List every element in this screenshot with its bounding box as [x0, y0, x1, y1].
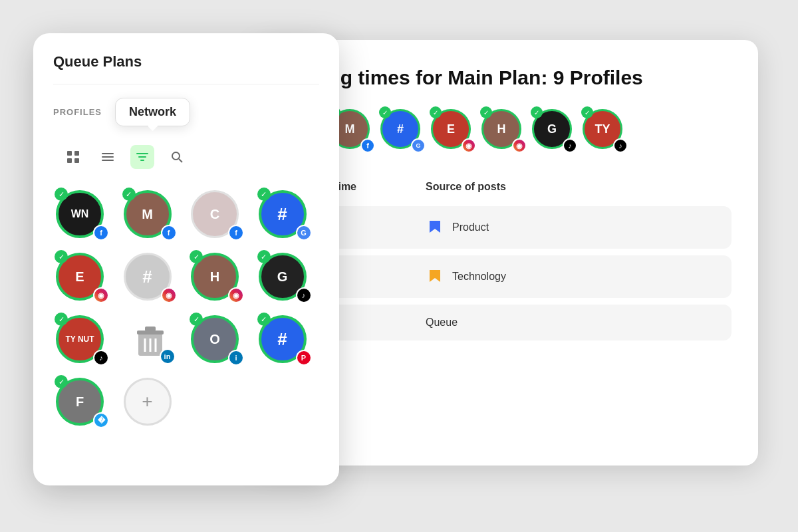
list-view-button[interactable]: [96, 145, 120, 169]
social-badge-twitter: �: [93, 412, 109, 428]
table-row: 07:00 AMProduct: [279, 206, 732, 249]
profile-check: ✓: [257, 250, 271, 263]
check-badge: ✓: [581, 106, 593, 118]
svg-rect-8: [138, 156, 146, 158]
table-row: 12:30 PMQueue: [279, 305, 732, 340]
profile-check: ✓: [257, 313, 271, 326]
profile-check: ✓: [55, 250, 68, 263]
profiles-grid: WN✓fM✓fCf#✓GE✓◉#◉H✓◉G✓♪TY NUT✓♪ inO✓i#✓P…: [53, 190, 319, 431]
svg-rect-3: [74, 158, 79, 163]
svg-rect-1: [74, 151, 79, 156]
profiles-label: PROFILES: [53, 107, 102, 117]
avatar-item: ✓TY♪: [583, 109, 628, 154]
social-badge-linkedin: in: [160, 348, 176, 364]
svg-rect-7: [136, 153, 148, 154]
avatar-item: ✓H◉: [481, 109, 527, 154]
profile-avatars-row: ✓WNf✓Mf✓#G✓E◉✓H◉✓G♪✓TY♪: [279, 109, 732, 154]
social-badge-facebook: f: [93, 225, 109, 241]
profiles-header: PROFILES Network: [53, 98, 319, 126]
source-cell[interactable]: Technology: [412, 255, 732, 298]
social-badge-tiktok: ♪: [613, 138, 628, 153]
network-tooltip[interactable]: Network: [115, 98, 190, 126]
profile-item[interactable]: M✓f: [124, 190, 177, 243]
avatar-item: ✓#G: [380, 109, 426, 154]
profile-item[interactable]: E✓◉: [56, 253, 109, 306]
social-badge-instagram: ◉: [93, 287, 109, 303]
check-badge: ✓: [379, 106, 391, 118]
profile-item[interactable]: G✓♪: [259, 253, 312, 306]
profile-item[interactable]: F✓�: [56, 378, 109, 431]
check-badge: ✓: [430, 106, 442, 118]
social-badge-instagram: ◉: [462, 138, 476, 153]
svg-rect-14: [145, 327, 156, 331]
profile-check: ✓: [190, 250, 203, 263]
social-badge-facebook: f: [360, 138, 375, 153]
main-card-title: Posting times for Main Plan: 9 Profiles: [279, 66, 732, 89]
social-badge-facebook: f: [228, 225, 244, 241]
social-badge-google: G: [411, 138, 426, 153]
social-badge-pinterest: P: [296, 350, 312, 366]
profile-item[interactable]: Cf: [191, 190, 244, 243]
svg-rect-6: [102, 160, 114, 161]
social-badge-tiktok: ♪: [93, 350, 109, 366]
svg-rect-0: [67, 151, 72, 156]
table-row: 09:00 AMTechnology: [279, 255, 732, 298]
source-cell[interactable]: Product: [412, 206, 732, 249]
profile-item[interactable]: H✓◉: [191, 253, 244, 306]
avatar-item: ✓E◉: [431, 109, 476, 154]
profile-item[interactable]: #◉: [124, 253, 177, 306]
profile-check: ✓: [190, 313, 203, 326]
svg-rect-9: [140, 160, 144, 161]
queue-plans-title: Queue Plans: [53, 53, 319, 70]
profiles-toolbar: [53, 140, 319, 174]
svg-line-11: [179, 159, 182, 162]
queue-plans-card: Queue Plans PROFILES Network: [33, 33, 339, 485]
product-icon: [426, 218, 444, 237]
check-badge: ✓: [531, 106, 543, 118]
profile-trash-item[interactable]: in: [124, 315, 177, 368]
svg-rect-2: [67, 158, 72, 163]
source-cell[interactable]: Queue: [412, 305, 732, 340]
add-profile-button[interactable]: +: [124, 378, 172, 426]
svg-rect-5: [102, 156, 114, 158]
profile-check: ✓: [257, 188, 271, 201]
social-badge-instagram: ◉: [161, 287, 177, 303]
social-badge-tiktok: ♪: [296, 287, 312, 303]
profile-check: ✓: [55, 188, 68, 201]
avatar-item: ✓G♪: [532, 109, 577, 154]
search-button[interactable]: [165, 145, 189, 169]
profile-item[interactable]: #✓G: [259, 190, 312, 243]
social-badge-instagram: ◉: [228, 287, 244, 303]
source-label: Product: [452, 221, 489, 233]
profile-item[interactable]: #✓P: [259, 315, 312, 368]
social-badge-instagram: ◉: [512, 138, 527, 153]
social-badge-tiktok: ♪: [563, 138, 577, 153]
profile-check: ✓: [55, 313, 68, 326]
grid-view-button[interactable]: [61, 145, 85, 169]
filter-button[interactable]: [130, 145, 154, 169]
col-source-posts: Source of posts: [412, 181, 732, 200]
profile-item[interactable]: TY NUT✓♪: [56, 315, 109, 368]
profile-check: ✓: [122, 188, 136, 201]
source-label: Queue: [426, 317, 458, 329]
source-label: Technology: [452, 271, 506, 283]
divider: [53, 84, 319, 84]
posting-table: Posting time Source of posts 07:00 AMPro…: [279, 174, 732, 347]
social-badge-facebook: f: [161, 225, 177, 241]
profile-item[interactable]: O✓i: [191, 315, 244, 368]
check-badge: ✓: [480, 106, 492, 118]
profile-check: ✓: [55, 375, 68, 388]
profile-item[interactable]: WN✓f: [56, 190, 109, 243]
social-badge-linkedin: i: [228, 350, 244, 366]
technology-icon: [426, 267, 444, 286]
social-badge-google: G: [296, 225, 312, 241]
svg-rect-4: [102, 153, 114, 154]
svg-point-10: [172, 152, 180, 160]
